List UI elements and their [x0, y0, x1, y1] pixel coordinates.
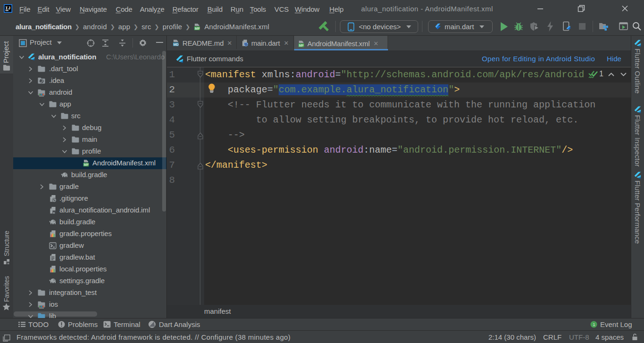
svg-text:MD: MD [173, 42, 179, 47]
svg-text:IJ: IJ [5, 6, 10, 11]
svg-text:MF: MF [195, 26, 200, 30]
svg-text:1: 1 [593, 322, 595, 327]
svg-text:MF: MF [299, 43, 304, 47]
